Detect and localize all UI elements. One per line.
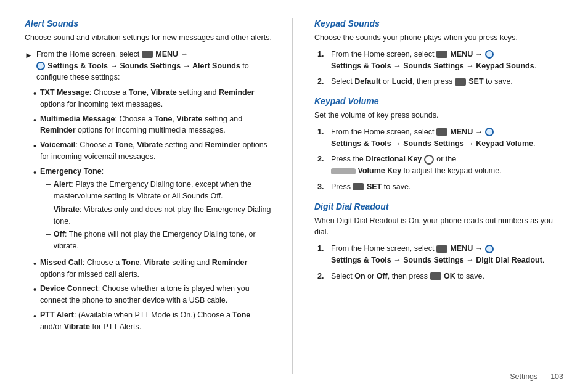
bullet-text: Missed Call: Choose a Tone, Vibrate sett… <box>40 257 274 280</box>
step-item: 3. Press SET to save. <box>317 181 563 193</box>
bullet-text: Emergency Tone: – Alert: Plays the Emerg… <box>40 166 274 254</box>
step-text: Select Default or Lucid, then press SET … <box>331 76 513 88</box>
footer: Settings 103 <box>510 372 563 381</box>
arrow-text-1: From the Home screen, select <box>36 50 142 59</box>
digit-dial-intro: When Digit Dial Readout is On, your phon… <box>314 215 563 239</box>
digit-dial-section: Digit Dial Readout When Digit Dial Reado… <box>314 202 563 282</box>
arrow-settings-path: Settings & Tools → Sounds Settings → Ale… <box>47 62 240 70</box>
menu-icon <box>353 183 364 190</box>
step-number: 1. <box>317 243 326 255</box>
bullet-text: Multimedia Message: Choose a Tone, Vibra… <box>40 113 274 137</box>
step-item: 1. From the Home screen, select MENU → S… <box>317 243 563 266</box>
bullet-icon: • <box>33 284 36 296</box>
footer-page: 103 <box>550 372 563 381</box>
step-number: 3. <box>317 181 326 193</box>
step-number: 1. <box>317 126 326 138</box>
step-text: From the Home screen, select MENU → Sett… <box>331 49 536 72</box>
menu-icon <box>430 272 441 280</box>
menu-icon <box>142 51 153 58</box>
list-item: • PTT Alert: (Available when PTT Mode is… <box>33 309 274 333</box>
step-text: Select On or Off, then press OK to save. <box>331 271 484 282</box>
sub-dash: – <box>46 204 51 216</box>
circle-icon <box>485 50 494 59</box>
left-column: Alert Sounds Choose sound and vibration … <box>25 18 293 374</box>
keypad-volume-intro: Set the volume of key press sounds. <box>314 110 563 121</box>
sub-dash: – <box>46 179 51 190</box>
keypad-volume-steps: 1. From the Home screen, select MENU → S… <box>317 126 563 193</box>
bullet-text: TXT Message: Choose a Tone, Vibrate sett… <box>40 87 274 110</box>
step-item: 2. Select Default or Lucid, then press S… <box>317 76 563 88</box>
step-number: 1. <box>317 49 326 60</box>
circle-icon <box>36 62 45 70</box>
list-item: • Voicemail: Choose a Tone, Vibrate sett… <box>33 139 274 163</box>
menu-icon <box>436 245 447 253</box>
bullet-text: PTT Alert: (Available when PTT Mode is O… <box>40 309 274 333</box>
bullet-text: Device Connect: Choose whether a tone is… <box>40 283 274 306</box>
list-item: • TXT Message: Choose a Tone, Vibrate se… <box>33 87 274 110</box>
step-number: 2. <box>317 76 326 88</box>
sub-text: Off: The phone will not play the Emergen… <box>54 229 274 252</box>
bullet-icon: • <box>33 166 36 179</box>
arrow-icon: ► <box>25 49 33 62</box>
step-item: 1. From the Home screen, select MENU → S… <box>317 126 563 150</box>
digit-dial-steps: 1. From the Home screen, select MENU → S… <box>317 243 563 282</box>
list-item: • Missed Call: Choose a Tone, Vibrate se… <box>33 257 274 280</box>
sub-item: – Alert: Plays the Emergency Dialing ton… <box>46 179 274 202</box>
alert-sounds-intro: Choose sound and vibration settings for … <box>25 32 274 44</box>
bullet-icon: • <box>33 258 36 271</box>
arrow-item: ► From the Home screen, select MENU → Se… <box>25 49 274 83</box>
step-text: From the Home screen, select MENU → Sett… <box>331 126 536 150</box>
step-text: Press SET to save. <box>331 181 410 193</box>
step-item: 1. From the Home screen, select MENU → S… <box>317 49 563 72</box>
sub-dash: – <box>46 229 51 240</box>
list-item: • Device Connect: Choose whether a tone … <box>33 283 274 306</box>
keypad-sounds-title: Keypad Sounds <box>314 18 563 28</box>
step-item: 2. Select On or Off, then press OK to sa… <box>317 271 563 282</box>
right-column: Keypad Sounds Choose the sounds your pho… <box>293 18 563 374</box>
sub-item: – Vibrate: Vibrates only and does not pl… <box>46 204 274 227</box>
menu-icon <box>455 78 466 86</box>
alert-sounds-title: Alert Sounds <box>25 18 274 28</box>
arrow-text-2: MENU → <box>155 50 188 59</box>
sub-item: – Off: The phone will not play the Emerg… <box>46 229 274 252</box>
sub-list: – Alert: Plays the Emergency Dialing ton… <box>46 179 274 252</box>
digit-dial-title: Digit Dial Readout <box>314 202 563 211</box>
circle-icon <box>485 245 494 253</box>
menu-icon <box>436 128 447 136</box>
footer-label: Settings <box>510 372 537 381</box>
step-item: 2. Press the Directional Key or the Volu… <box>317 153 563 177</box>
step-number: 2. <box>317 271 326 282</box>
sub-text: Alert: Plays the Emergency Dialing tone,… <box>54 179 274 202</box>
list-item: • Emergency Tone: – Alert: Plays the Eme… <box>33 166 274 254</box>
menu-icon <box>436 51 447 58</box>
bullet-icon: • <box>33 114 36 127</box>
keypad-sounds-section: Keypad Sounds Choose the sounds your pho… <box>314 18 563 88</box>
list-item: • Multimedia Message: Choose a Tone, Vib… <box>33 113 274 137</box>
nav-icon <box>424 155 434 165</box>
step-text: From the Home screen, select MENU → Sett… <box>331 243 544 266</box>
keypad-volume-section: Keypad Volume Set the volume of key pres… <box>314 96 563 193</box>
circle-icon <box>485 128 494 136</box>
keypad-sounds-steps: 1. From the Home screen, select MENU → S… <box>317 49 563 88</box>
bullet-list: • TXT Message: Choose a Tone, Vibrate se… <box>33 87 274 332</box>
sub-text: Vibrate: Vibrates only and does not play… <box>54 204 274 227</box>
step-text: Press the Directional Key or the Volume … <box>331 153 502 177</box>
bullet-icon: • <box>33 88 36 100</box>
bullet-icon: • <box>33 140 36 153</box>
page-container: Alert Sounds Choose sound and vibration … <box>0 0 588 392</box>
step-number: 2. <box>317 153 326 165</box>
volume-key-icon <box>331 168 356 174</box>
bullet-icon: • <box>33 310 36 323</box>
bullet-text: Voicemail: Choose a Tone, Vibrate settin… <box>40 139 274 163</box>
keypad-volume-title: Keypad Volume <box>314 96 563 106</box>
keypad-sounds-intro: Choose the sounds your phone plays when … <box>314 32 563 44</box>
